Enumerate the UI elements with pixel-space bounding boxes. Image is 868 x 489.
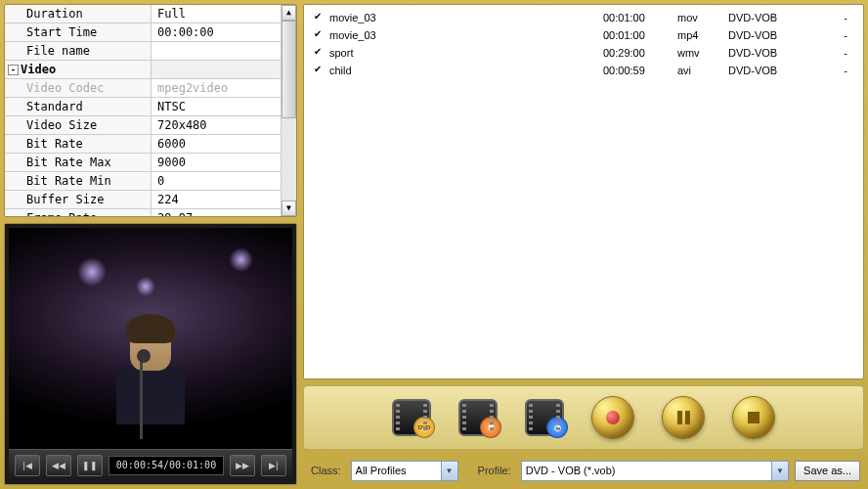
prop-label: Bit Rate Min [5, 172, 152, 190]
next-track-button[interactable]: ▶| [261, 455, 286, 476]
file-duration: 00:01:00 [603, 12, 672, 23]
list-item[interactable]: ✔movie_0300:01:00mp4DVD-VOB- [304, 26, 863, 44]
prop-row-bitrate-min[interactable]: Bit Rate Min 0 [5, 172, 296, 191]
file-type: mov [677, 12, 722, 23]
prop-label: Video Codec [5, 79, 152, 97]
file-name: sport [329, 47, 574, 59]
class-combo[interactable]: All Profiles ▼ [351, 461, 458, 481]
prop-value[interactable]: 00:00:00 [152, 23, 296, 41]
property-grid-scrollbar[interactable]: ▲ ▼ [281, 5, 296, 216]
collapse-icon[interactable]: - [8, 65, 19, 75]
file-list[interactable]: ✔movie_0300:01:00movDVD-VOB-✔movie_0300:… [303, 4, 864, 379]
record-button[interactable] [591, 396, 634, 439]
file-name: movie_03 [329, 29, 574, 41]
file-dash: - [836, 29, 855, 41]
file-dash: - [836, 12, 855, 23]
prop-value[interactable]: Full [152, 5, 296, 22]
prop-row-standard[interactable]: Standard NTSC [5, 98, 296, 116]
profile-combo-value: DVD - VOB (*.vob) [526, 465, 616, 476]
prop-row-start-time[interactable]: Start Time 00:00:00 [5, 23, 296, 42]
profile-label: Profile: [474, 465, 515, 476]
prop-section-label: Video [5, 61, 152, 78]
file-name: child [329, 65, 574, 76]
profile-combo[interactable]: DVD - VOB (*.vob) ▼ [521, 461, 789, 481]
list-item[interactable]: ✔child00:00:59aviDVD-VOB- [304, 62, 863, 79]
stage-light-icon [229, 247, 253, 272]
performer-figure [107, 322, 195, 439]
checkmark-icon[interactable]: ✔ [312, 47, 324, 59]
prop-row-video-codec: Video Codec mpeg2video [5, 79, 296, 98]
prop-value[interactable]: 720x480 [152, 116, 296, 134]
profile-bar: Class: All Profiles ▼ Profile: DVD - VOB… [303, 456, 864, 485]
pause-button[interactable] [662, 396, 705, 439]
prop-value[interactable]: NTSC [152, 98, 296, 115]
settings-badge-icon: ◑ [546, 417, 568, 438]
prop-row-framerate[interactable]: Frame Rate 29.97 [5, 209, 296, 217]
prop-value[interactable]: 0 [152, 172, 296, 190]
list-item[interactable]: ✔sport00:29:00wmvDVD-VOB- [304, 44, 863, 62]
play-pause-button[interactable]: ❚❚ [77, 455, 103, 476]
dvd-badge-icon: DVD [413, 417, 435, 438]
settings-button[interactable]: ◑ [525, 399, 564, 436]
checkmark-icon[interactable]: ✔ [312, 29, 324, 41]
file-target: DVD-VOB [728, 47, 806, 59]
file-name: movie_03 [329, 12, 574, 23]
prop-row-video-size[interactable]: Video Size 720x480 [5, 116, 296, 135]
checkmark-icon[interactable]: ✔ [312, 12, 324, 23]
right-pane: ✔movie_0300:01:00movDVD-VOB-✔movie_0300:… [303, 4, 864, 485]
prop-row-bitrate[interactable]: Bit Rate 6000 [5, 135, 296, 154]
file-type: mp4 [677, 29, 722, 41]
file-dash: - [836, 47, 855, 59]
prop-row-duration[interactable]: Duration Full [5, 5, 296, 23]
prop-label: Bit Rate [5, 135, 152, 153]
scrollbar-thumb[interactable] [282, 21, 296, 118]
app-window: Duration Full Start Time 00:00:00 File n… [0, 0, 868, 489]
checkmark-icon[interactable]: ✔ [312, 65, 324, 76]
prop-label: Frame Rate [5, 209, 152, 217]
file-type: avi [677, 65, 722, 76]
rewind-button[interactable]: ◀◀ [46, 455, 71, 476]
remove-file-button[interactable]: ✖ [458, 399, 498, 436]
main-toolbar: DVD ✖ ◑ [303, 385, 864, 450]
prop-label: Standard [5, 98, 152, 115]
save-as-button[interactable]: Save as... [795, 461, 860, 481]
prop-row-file-name[interactable]: File name [5, 42, 296, 61]
stop-button[interactable] [732, 396, 775, 439]
stage-light-icon [136, 277, 155, 296]
prop-value: mpeg2video [152, 79, 296, 97]
left-pane: Duration Full Start Time 00:00:00 File n… [4, 4, 297, 485]
prop-value[interactable]: 9000 [152, 154, 296, 171]
burn-dvd-button[interactable]: DVD [392, 399, 431, 436]
prop-row-buffer[interactable]: Buffer Size 224 [5, 191, 296, 209]
file-duration: 00:01:00 [603, 29, 672, 41]
file-type: wmv [677, 47, 722, 59]
prop-value[interactable]: 6000 [152, 135, 296, 153]
video-canvas[interactable] [9, 228, 292, 449]
list-item[interactable]: ✔movie_0300:01:00movDVD-VOB- [304, 9, 863, 26]
prev-track-button[interactable]: |◀ [15, 455, 40, 476]
prop-value[interactable]: 29.97 [152, 209, 296, 217]
pause-icon [677, 411, 690, 424]
prop-label: Buffer Size [5, 191, 152, 208]
scroll-up-icon[interactable]: ▲ [282, 5, 296, 21]
file-target: DVD-VOB [728, 12, 806, 23]
prop-label: Duration [5, 5, 152, 22]
timecode-display: 00:00:54/00:01:00 [108, 456, 224, 475]
property-grid[interactable]: Duration Full Start Time 00:00:00 File n… [4, 4, 297, 217]
forward-button[interactable]: ▶▶ [230, 455, 255, 476]
chevron-down-icon[interactable]: ▼ [441, 462, 457, 480]
video-preview: |◀ ◀◀ ❚❚ 00:00:54/00:01:00 ▶▶ ▶| [4, 223, 297, 485]
record-icon [606, 411, 620, 424]
chevron-down-icon[interactable]: ▼ [771, 462, 788, 480]
prop-section-video[interactable]: - Video [5, 61, 296, 79]
prop-label: File name [5, 42, 152, 60]
scroll-down-icon[interactable]: ▼ [282, 200, 296, 216]
prop-value[interactable]: 224 [152, 191, 296, 208]
prop-label: Start Time [5, 23, 152, 41]
prop-value[interactable] [152, 42, 296, 60]
file-duration: 00:00:59 [603, 65, 672, 76]
file-duration: 00:29:00 [603, 47, 672, 59]
preview-transport: |◀ ◀◀ ❚❚ 00:00:54/00:01:00 ▶▶ ▶| [9, 449, 292, 480]
stop-icon [748, 412, 760, 423]
prop-row-bitrate-max[interactable]: Bit Rate Max 9000 [5, 154, 296, 172]
